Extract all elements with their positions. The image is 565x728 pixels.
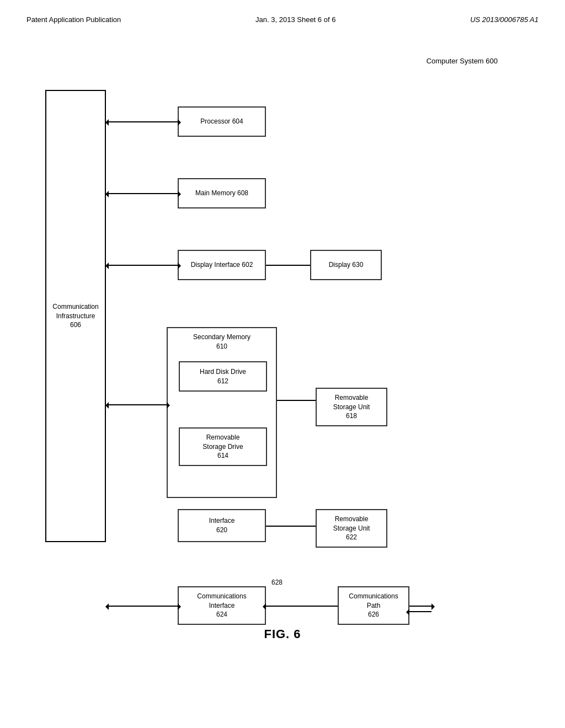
processor-arrow bbox=[109, 121, 178, 122]
hard-disk-box: Hard Disk Drive 612 bbox=[179, 361, 267, 392]
removable-unit-622-box: Removable Storage Unit 622 bbox=[316, 509, 387, 548]
page-header: Patent Application Publication Jan. 3, 2… bbox=[0, 0, 565, 24]
display-interface-arrow bbox=[109, 265, 178, 266]
comm-path-label: Communications Path 626 bbox=[349, 592, 398, 619]
comm-path-arrow bbox=[266, 606, 338, 607]
comm-path-right-arrow bbox=[409, 606, 431, 607]
main-memory-box: Main Memory 608 bbox=[178, 178, 266, 208]
comm-path-left-arrow bbox=[409, 611, 431, 612]
removable-unit-618-box: Removable Storage Unit 618 bbox=[316, 388, 387, 426]
header-center: Jan. 3, 2013 Sheet 6 of 6 bbox=[255, 15, 335, 24]
secondary-memory-label: Secondary Memory 610 bbox=[168, 333, 276, 351]
fig-label: FIG. 6 bbox=[264, 627, 301, 641]
display-interface-to-display-arrow bbox=[266, 265, 310, 266]
header-right: US 2013/0006785 A1 bbox=[470, 15, 539, 24]
removable-storage-drive-label: Removable Storage Drive 614 bbox=[202, 433, 243, 461]
comm-interface-label: Communications Interface 624 bbox=[197, 592, 246, 619]
interface-620-box: Interface 620 bbox=[178, 509, 266, 542]
processor-box: Processor 604 bbox=[178, 106, 266, 137]
display-label: Display 630 bbox=[329, 260, 364, 270]
interface-620-label: Interface 620 bbox=[209, 516, 235, 535]
comm-interface-box: Communications Interface 624 bbox=[178, 586, 266, 625]
display-interface-box: Display Interface 602 bbox=[178, 250, 266, 280]
figure-area: Computer System 600 Communication Infras… bbox=[34, 57, 531, 652]
comm-infra-box: Communication Infrastructure 606 bbox=[45, 90, 106, 542]
main-memory-arrow bbox=[109, 193, 178, 194]
header-left: Patent Application Publication bbox=[26, 15, 121, 24]
to-removable-unit-618-arrow bbox=[277, 400, 316, 401]
removable-storage-drive-box: Removable Storage Drive 614 bbox=[179, 427, 267, 466]
processor-label: Processor 604 bbox=[200, 117, 243, 126]
to-removable-unit-622-arrow bbox=[266, 526, 316, 527]
removable-unit-622-label: Removable Storage Unit 622 bbox=[333, 515, 370, 542]
removable-unit-618-label: Removable Storage Unit 618 bbox=[333, 393, 370, 421]
removable-drive-arrow bbox=[109, 404, 167, 405]
hard-disk-label: Hard Disk Drive 612 bbox=[200, 367, 246, 386]
comm-interface-arrow bbox=[109, 606, 178, 607]
display-box: Display 630 bbox=[310, 250, 382, 280]
main-memory-label: Main Memory 608 bbox=[195, 189, 248, 198]
cs-label: Computer System 600 bbox=[427, 57, 498, 65]
display-interface-label: Display Interface 602 bbox=[191, 260, 253, 270]
num-628-label: 628 bbox=[271, 579, 282, 586]
secondary-memory-container: Secondary Memory 610 Hard Disk Drive 612… bbox=[167, 327, 277, 498]
comm-path-box: Communications Path 626 bbox=[338, 586, 409, 625]
comm-infra-label: Communication Infrastructure 606 bbox=[52, 302, 98, 330]
